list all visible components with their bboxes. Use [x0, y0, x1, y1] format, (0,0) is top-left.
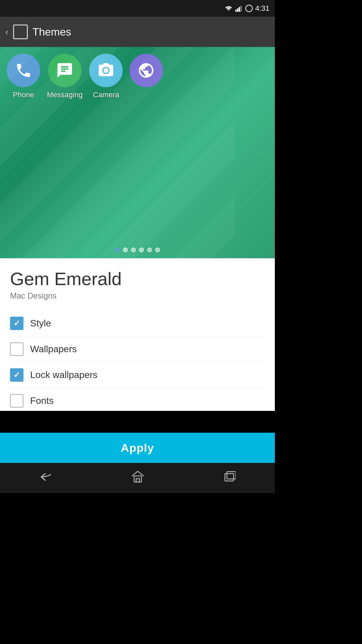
wallpapers-checkbox[interactable] [10, 342, 23, 356]
theme-preview[interactable]: Phone Messaging Camera [0, 47, 275, 258]
theme-author: Mac Designs [10, 291, 265, 301]
dot-4[interactable] [139, 248, 144, 252]
option-lockwallpapers-row[interactable]: ✓ Lock wallpapers [10, 362, 265, 388]
svg-rect-3 [240, 6, 242, 12]
style-checkmark: ✓ [13, 319, 20, 328]
messaging-app-icon: Messaging [47, 54, 82, 99]
back-nav-icon[interactable] [39, 472, 53, 485]
style-checkbox[interactable]: ✓ [10, 317, 23, 330]
status-time: 4:31 [255, 4, 269, 13]
option-wallpapers-row[interactable]: Wallpapers [10, 336, 265, 362]
dot-3[interactable] [131, 248, 136, 252]
phone-app-label: Phone [13, 91, 34, 99]
svg-rect-2 [239, 7, 240, 12]
svg-rect-7 [225, 474, 234, 481]
lockwallpapers-checkbox[interactable]: ✓ [10, 368, 23, 382]
lockwallpapers-checkmark: ✓ [13, 370, 20, 380]
style-label: Style [30, 318, 51, 329]
square-icon [13, 24, 28, 39]
apply-label: Apply [121, 441, 154, 454]
back-icon[interactable]: ‹ [5, 27, 8, 37]
wallpapers-label: Wallpapers [30, 344, 77, 355]
theme-name: Gem Emerald [10, 268, 265, 289]
svg-rect-1 [237, 8, 238, 12]
signal-icon [235, 5, 243, 12]
fonts-label: Fonts [30, 395, 54, 406]
battery-icon [245, 4, 253, 12]
dot-5[interactable] [147, 248, 152, 252]
browser-icon-circle [129, 54, 163, 87]
fonts-checkbox[interactable] [10, 394, 23, 408]
dot-1[interactable] [115, 248, 120, 252]
app-icons-row: Phone Messaging Camera [0, 47, 275, 99]
phone-app-icon: Phone [7, 54, 40, 99]
apply-button[interactable]: Apply [0, 433, 275, 463]
nav-bar [0, 463, 275, 493]
status-bar: 4:31 [0, 0, 275, 17]
status-icons: 4:31 [224, 4, 269, 13]
messaging-icon-circle [48, 54, 81, 87]
content-area: Gem Emerald Mac Designs ✓ Style Wallpape… [0, 258, 275, 411]
option-style-row[interactable]: ✓ Style [10, 311, 265, 336]
svg-point-4 [246, 5, 252, 12]
dot-2[interactable] [123, 248, 128, 252]
top-bar: ‹ Themes [0, 17, 275, 47]
page-title: Themes [33, 26, 71, 38]
phone-icon-circle [7, 54, 40, 87]
home-nav-icon[interactable] [131, 471, 144, 485]
lockwallpapers-label: Lock wallpapers [30, 370, 98, 380]
camera-app-icon: Camera [89, 54, 123, 99]
recent-nav-icon[interactable] [223, 471, 236, 485]
page-indicators [115, 248, 160, 252]
camera-app-label: Camera [93, 91, 119, 99]
option-fonts-row[interactable]: Fonts [10, 388, 265, 411]
browser-app-icon [129, 54, 163, 91]
svg-rect-8 [227, 472, 236, 479]
svg-rect-0 [235, 10, 237, 12]
wifi-icon [224, 5, 233, 12]
camera-icon-circle [89, 54, 123, 87]
messaging-app-label: Messaging [47, 91, 82, 99]
dot-6[interactable] [155, 248, 160, 252]
svg-rect-6 [136, 479, 139, 482]
